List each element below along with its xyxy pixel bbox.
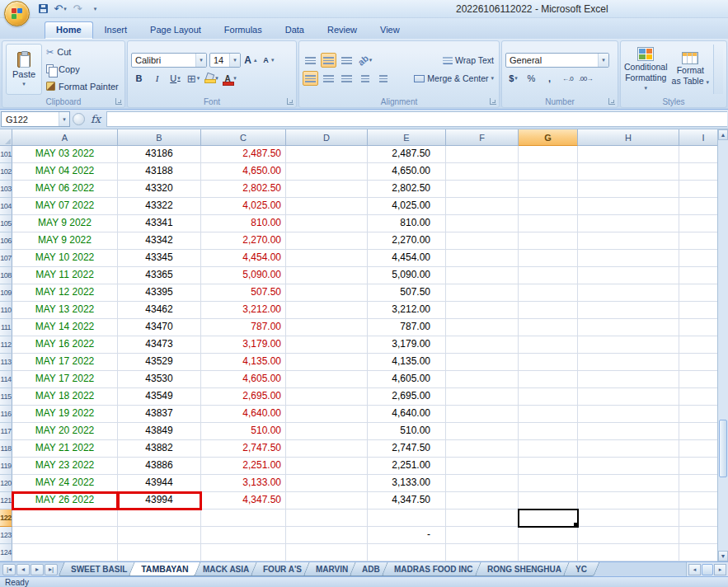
cell-F105[interactable] [446,215,519,232]
cell-H106[interactable] [578,232,679,250]
cell-H104[interactable] [578,198,679,215]
cell-E112[interactable]: 3,179.00 [368,336,446,354]
cell-F113[interactable] [446,354,519,371]
cell-C119[interactable]: 2,251.00 [201,458,286,475]
accounting-format-button[interactable]: $▾ [505,71,521,86]
cell-E110[interactable]: 3,212.00 [368,302,446,319]
cell-H115[interactable] [578,388,679,406]
cell-E106[interactable]: 2,270.00 [368,232,446,250]
cell-G110[interactable] [519,302,578,319]
cell-B121[interactable]: 43994 [118,492,201,510]
cell-A122[interactable] [12,510,118,527]
row-header-102[interactable]: 102 [0,163,12,181]
cell-H120[interactable] [578,475,679,492]
row-header-113[interactable]: 113 [0,354,12,371]
cell-H119[interactable] [578,458,679,475]
cell-A121[interactable]: MAY 26 2022 [12,492,118,510]
vertical-scroll-track[interactable] [718,140,728,551]
cell-C121[interactable]: 4,347.50 [201,492,286,510]
cell-D115[interactable] [286,388,368,406]
save-button[interactable] [35,2,51,16]
decrease-indent-button[interactable] [357,71,373,86]
cell-G114[interactable] [519,371,578,388]
align-center-button[interactable] [321,71,336,86]
cell-H113[interactable] [578,354,679,371]
horizontal-scrollbar[interactable]: ◂ ▸ [686,562,728,576]
cell-C115[interactable]: 2,695.00 [201,388,286,406]
middle-align-button[interactable] [321,53,336,68]
cell-D101[interactable] [286,146,368,163]
cell-G106[interactable] [519,232,578,250]
cell-B122[interactable] [118,510,201,527]
cell-C103[interactable]: 2,802.50 [201,181,286,198]
cell-F123[interactable] [446,527,519,544]
row-header-117[interactable]: 117 [0,423,12,440]
cell-E118[interactable]: 2,747.50 [368,440,446,458]
cell-E104[interactable]: 4,025.00 [368,198,446,215]
cell-D124[interactable] [286,544,368,561]
cell-A111[interactable]: MAY 14 2022 [12,319,118,336]
cell-C116[interactable]: 4,640.00 [201,406,286,423]
cell-B110[interactable]: 43462 [118,302,201,319]
cell-C104[interactable]: 4,025.00 [201,198,286,215]
cell-B124[interactable] [118,544,201,561]
fx-icon[interactable]: fx [87,113,104,125]
cell-E111[interactable]: 787.00 [368,319,446,336]
column-header-C[interactable]: C [201,129,286,146]
row-header-121[interactable]: 121 [0,492,12,510]
cell-D112[interactable] [286,336,368,354]
cell-G113[interactable] [519,354,578,371]
bold-button[interactable]: B [131,71,147,86]
cell-D104[interactable] [286,198,368,215]
cell-B123[interactable] [118,527,201,544]
cell-G120[interactable] [519,475,578,492]
cell-E107[interactable]: 4,454.00 [368,250,446,267]
office-button[interactable] [4,1,30,26]
cell-E115[interactable]: 2,695.00 [368,388,446,406]
sheet-tab-tambayan[interactable]: TAMBAYAN [129,562,201,576]
cell-C106[interactable]: 2,270.00 [201,232,286,250]
cell-F120[interactable] [446,475,519,492]
cell-D105[interactable] [286,215,368,232]
tab-review[interactable]: Review [316,21,369,39]
customize-quick-access-button[interactable]: ▾ [87,2,103,16]
cell-B115[interactable]: 43549 [118,388,201,406]
cell-H109[interactable] [578,284,679,302]
cell-G104[interactable] [519,198,578,215]
undo-button[interactable]: ↶▾ [52,2,68,16]
cell-D114[interactable] [286,371,368,388]
sheet-tab-rong-shenghua[interactable]: RONG SHENGHUA [474,562,574,576]
alignment-dialog-launcher[interactable] [490,98,496,105]
cell-F122[interactable] [446,510,519,527]
row-header-107[interactable]: 107 [0,250,12,267]
row-header-119[interactable]: 119 [0,458,12,475]
cell-G101[interactable] [519,146,578,163]
cell-F107[interactable] [446,250,519,267]
cell-E108[interactable]: 5,090.00 [368,267,446,284]
cell-C109[interactable]: 507.50 [201,284,286,302]
cell-A118[interactable]: MAY 21 2022 [12,440,118,458]
cell-H122[interactable] [578,510,679,527]
cell-A109[interactable]: MAY 12 2022 [12,284,118,302]
align-left-button[interactable] [303,71,318,86]
cell-A120[interactable]: MAY 24 2022 [12,475,118,492]
row-header-115[interactable]: 115 [0,388,12,406]
cell-F111[interactable] [446,319,519,336]
cell-E114[interactable]: 4,605.00 [368,371,446,388]
cell-F124[interactable] [446,544,519,561]
cell-C117[interactable]: 510.00 [201,423,286,440]
cell-B101[interactable]: 43186 [118,146,201,163]
cell-A115[interactable]: MAY 18 2022 [12,388,118,406]
cell-A124[interactable] [12,544,118,561]
cell-F121[interactable] [446,492,519,510]
cell-F104[interactable] [446,198,519,215]
insert-function-button[interactable] [73,113,85,125]
cell-F117[interactable] [446,423,519,440]
cell-C113[interactable]: 4,135.00 [201,354,286,371]
vertical-scrollbar[interactable]: ▲ ▼ [717,129,728,561]
cell-G116[interactable] [519,406,578,423]
cell-B116[interactable]: 43837 [118,406,201,423]
cell-A108[interactable]: MAY 11 2022 [12,267,118,284]
cell-B117[interactable]: 43849 [118,423,201,440]
cell-F101[interactable] [446,146,519,163]
